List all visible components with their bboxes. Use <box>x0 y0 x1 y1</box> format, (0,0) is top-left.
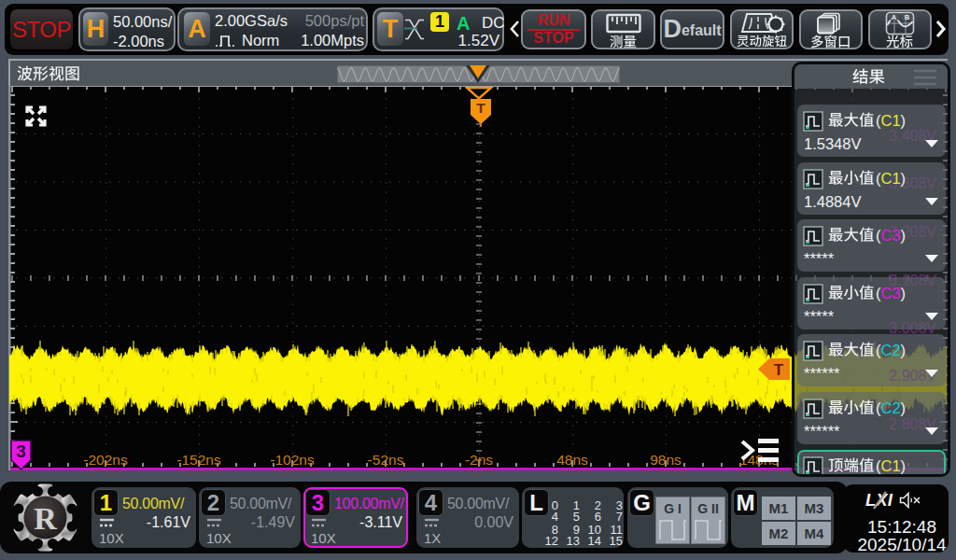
svg-text:T: T <box>774 361 784 379</box>
svg-text:R: R <box>34 501 57 536</box>
svg-text:T: T <box>476 100 485 116</box>
svg-text:3: 3 <box>16 441 26 461</box>
